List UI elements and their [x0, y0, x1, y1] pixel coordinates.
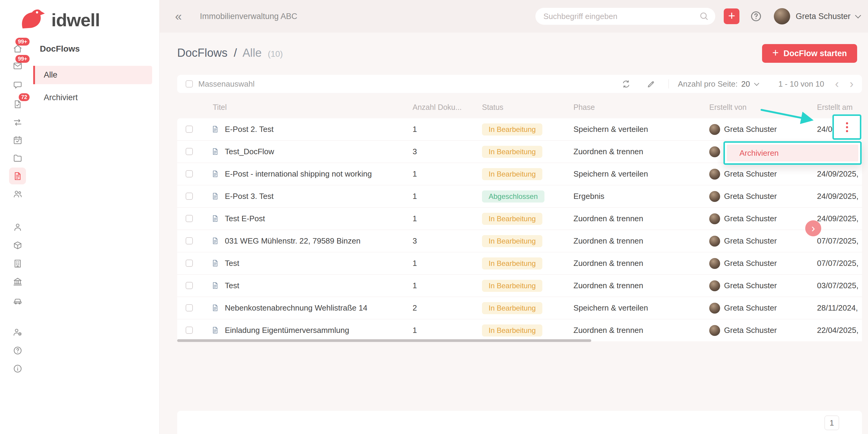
per-page-value: 20 [741, 80, 750, 89]
row-checkbox[interactable] [186, 327, 193, 334]
nav-properties[interactable] [9, 255, 26, 272]
column-header-erstellt-von[interactable]: Erstellt von [709, 96, 747, 118]
nav-docflows[interactable] [9, 167, 26, 184]
column-header-anzahl[interactable]: Anzahl Doku... [412, 96, 462, 118]
column-header-titel[interactable]: Titel [213, 96, 227, 118]
row-title[interactable]: E-Post - international shipping not work… [225, 163, 372, 185]
nav-services[interactable] [9, 291, 26, 308]
column-header-phase[interactable]: Phase [574, 96, 595, 118]
creator-avatar [709, 236, 720, 247]
row-title[interactable]: Test E-Post [225, 208, 265, 230]
status-badge: In Bearbeitung [482, 280, 542, 292]
creator-avatar [709, 258, 720, 269]
kebab-icon [846, 122, 848, 124]
row-checkbox[interactable] [186, 126, 193, 133]
chevron-down-icon [754, 81, 759, 86]
row-checkbox[interactable] [186, 259, 193, 267]
context-menu-item-archive[interactable]: Archivieren [727, 145, 858, 161]
nav-help[interactable] [9, 342, 26, 359]
row-phase: Speichern & verteilen [574, 297, 648, 319]
row-title[interactable]: Einladung Eigentümerversammlung [225, 319, 349, 341]
quick-add-button[interactable]: + [724, 8, 739, 24]
row-doc-count: 1 [412, 118, 417, 140]
nav-tasks[interactable] [9, 132, 26, 149]
info-icon [13, 364, 23, 374]
help-button[interactable] [750, 10, 763, 23]
docflow-document-icon [211, 326, 219, 334]
brand-logo[interactable]: idwell [19, 7, 100, 33]
scroll-next-button[interactable]: › [805, 220, 821, 236]
creator-avatar [709, 325, 720, 336]
nav-info[interactable] [9, 360, 26, 377]
nav-admin[interactable] [9, 323, 26, 340]
page-number[interactable]: 1 [825, 415, 839, 430]
start-docflow-label: DocFlow starten [783, 49, 847, 58]
row-title[interactable]: Nebenkostenabrechnung Wehlistraße 14 [225, 297, 367, 319]
document-edit-icon [13, 171, 23, 181]
refresh-icon[interactable] [621, 80, 631, 89]
prev-page-button[interactable]: ‹ [835, 78, 839, 90]
row-checkbox[interactable] [186, 282, 193, 289]
nav-mail[interactable]: 99+ [9, 57, 26, 74]
row-title[interactable]: 031 WEG Mühlenstr. 22, 79589 Binzen [225, 230, 361, 252]
row-title[interactable]: E-Post 2. Test [225, 118, 273, 140]
sidebar-item-archiviert[interactable]: Archiviert [33, 88, 152, 107]
row-created-date: 07/07/2025, [817, 252, 862, 274]
row-title[interactable]: Test [225, 252, 239, 274]
row-checkbox[interactable] [186, 237, 193, 245]
user-name[interactable]: Greta Schuster [796, 12, 850, 21]
nav-chat[interactable] [9, 77, 26, 94]
docflow-document-icon [211, 281, 219, 290]
row-title[interactable]: Test_DocFlow [225, 141, 274, 163]
row-creator: Greta Schuster [724, 275, 777, 297]
bulk-select-checkbox[interactable] [186, 80, 193, 88]
pagination-range: 1 - 10 von 10 [778, 80, 824, 89]
row-title[interactable]: Test [225, 275, 239, 297]
row-creator: Greta Schuster [724, 319, 777, 341]
nav-bank[interactable] [9, 273, 26, 290]
nav-folders[interactable] [9, 149, 26, 166]
row-checkbox[interactable] [186, 148, 193, 155]
column-header-status[interactable]: Status [482, 96, 503, 118]
row-title[interactable]: E-Post 3. Test [225, 185, 273, 207]
sidebar: idwell 99+ 99+ 72 [0, 0, 160, 434]
nav-contacts[interactable] [9, 185, 26, 202]
start-docflow-button[interactable]: + DocFlow starten [762, 44, 857, 63]
edit-icon[interactable] [647, 80, 656, 89]
row-phase: Zuordnen & trennen [574, 230, 643, 252]
row-checkbox[interactable] [186, 170, 193, 178]
docflow-document-icon [211, 192, 219, 200]
nav-owners[interactable] [9, 218, 26, 236]
per-page-select[interactable]: Anzahl pro Seite: 20 [678, 80, 758, 89]
row-checkbox[interactable] [186, 215, 193, 222]
row-checkbox[interactable] [186, 192, 193, 200]
nav-documents[interactable]: 72 [9, 96, 26, 113]
collapse-sidebar-button[interactable]: « [175, 10, 182, 22]
per-page-label: Anzahl pro Seite: [678, 80, 738, 89]
nav-home[interactable]: 99+ [9, 40, 26, 57]
sidebar-item-alle[interactable]: Alle [33, 66, 152, 84]
kebab-menu-highlight[interactable] [832, 114, 861, 140]
row-phase: Speichern & verteilen [574, 118, 648, 140]
chevron-down-icon[interactable] [855, 12, 861, 19]
user-avatar[interactable] [774, 8, 790, 25]
nav-transfers[interactable] [9, 114, 26, 131]
table-row: E-Post 2. Test 1 In Bearbeitung Speicher… [177, 118, 862, 141]
row-checkbox[interactable] [186, 304, 193, 311]
record-count: (10) [268, 49, 283, 59]
plus-icon: + [772, 48, 779, 58]
search-input[interactable] [535, 8, 715, 25]
notification-badge: 72 [19, 93, 30, 101]
row-doc-count: 3 [412, 141, 417, 163]
nav-packages[interactable] [9, 237, 26, 253]
breadcrumb-primary[interactable]: DocFlows [177, 46, 227, 59]
person-gear-icon [13, 327, 23, 337]
status-badge: In Bearbeitung [482, 123, 542, 135]
status-badge: In Bearbeitung [482, 302, 542, 314]
horizontal-scrollbar[interactable] [177, 339, 591, 342]
bulk-select-label: Massenauswahl [198, 80, 254, 89]
next-page-button[interactable]: › [849, 78, 854, 90]
workspace-name[interactable]: Immobilienverwaltung ABC [200, 12, 297, 21]
creator-avatar [709, 191, 720, 202]
row-doc-count: 1 [412, 208, 417, 230]
